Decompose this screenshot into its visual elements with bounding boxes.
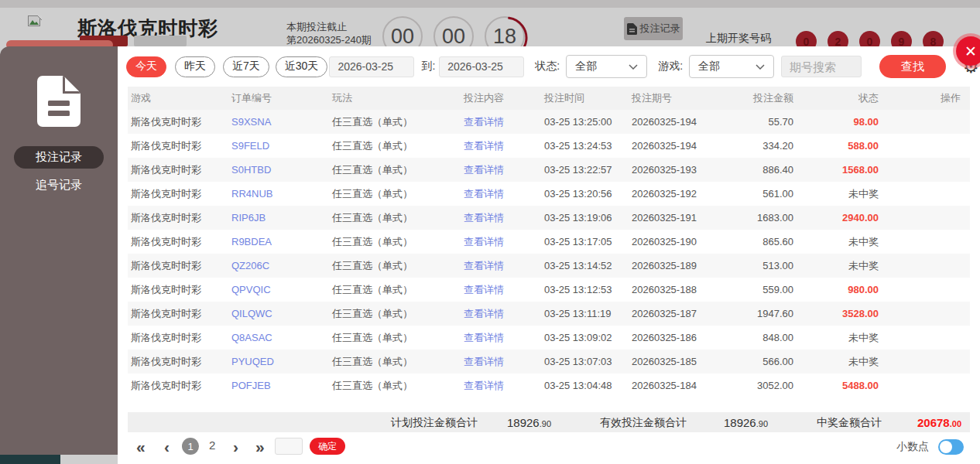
cell-status: 98.00 [795,116,880,128]
order-id-link[interactable]: RIP6JB [228,212,329,223]
view-detail-link[interactable]: 查看详情 [461,139,541,153]
page-confirm-button[interactable]: 确定 [310,438,345,455]
table-row: 斯洛伐克时时彩 QPVQIC 任三直选（单式） 查看详情 03-25 13:12… [128,278,970,302]
view-detail-link[interactable]: 查看详情 [461,307,541,321]
date-to-input[interactable] [439,56,524,77]
decimal-toggle-label: 小数点 [896,440,929,454]
view-detail-link[interactable]: 查看详情 [461,115,541,129]
period-search-input[interactable] [781,56,862,77]
table-row: 斯洛伐克时时彩 RR4NUB 任三直选（单式） 查看详情 03-25 13:20… [128,182,970,206]
range-yesterday-button[interactable]: 昨天 [175,56,215,77]
table-row: 斯洛伐克时时彩 S9XSNA 任三直选（单式） 查看详情 03-25 13:25… [128,110,970,134]
cell-game: 斯洛伐克时时彩 [128,355,228,369]
col-play: 玩法 [329,91,461,105]
cell-game: 斯洛伐克时时彩 [128,115,228,129]
page-1-button[interactable]: 1 [182,438,199,455]
cell-play: 任三直选（单式） [329,379,461,393]
cell-play: 任三直选（单式） [329,115,461,129]
cell-game: 斯洛伐克时时彩 [128,235,228,249]
table-row: 斯洛伐克时时彩 POFJEB 任三直选（单式） 查看详情 03-25 13:04… [128,374,970,397]
win-total-value: 20678.00 [917,416,961,429]
view-detail-link[interactable]: 查看详情 [461,235,541,249]
cell-period: 20260325-191 [629,212,729,223]
col-amount: 投注金额 [729,91,795,105]
last-page-button[interactable]: » [255,437,265,457]
cell-play: 任三直选（单式） [329,307,461,321]
order-id-link[interactable]: PYUQED [228,356,329,367]
view-detail-link[interactable]: 查看详情 [461,211,541,225]
cell-game: 斯洛伐克时时彩 [128,331,228,345]
records-document-icon [37,76,81,130]
page-jump-input[interactable] [275,438,303,455]
view-detail-link[interactable]: 查看详情 [461,355,541,369]
table-row: 斯洛伐克时时彩 QILQWC 任三直选（单式） 查看详情 03-25 13:11… [128,302,970,326]
cell-play: 任三直选（单式） [329,163,461,177]
order-id-link[interactable]: S0HTBD [228,164,329,176]
sidebar-item-chase-records[interactable]: 追号记录 [14,174,104,196]
range-7days-button[interactable]: 近7天 [223,56,269,77]
cell-status: 5488.00 [795,380,880,391]
cell-time: 03-25 13:11:19 [541,308,629,319]
view-detail-link[interactable]: 查看详情 [461,283,541,297]
cell-amount: 1947.60 [729,308,795,319]
page-2-button[interactable]: 2 [209,438,215,452]
cell-period: 20260325-189 [629,260,729,271]
cell-game: 斯洛伐克时时彩 [128,283,228,297]
cell-time: 03-25 13:24:53 [541,140,629,152]
planned-total-label: 计划投注金额合计 [391,416,478,430]
prev-page-button[interactable]: ‹ [164,437,170,457]
order-id-link[interactable]: Q8ASAC [228,332,329,343]
table-header-row: 游戏 订单编号 玩法 投注内容 投注时间 投注期号 投注金额 状态 操作 [128,87,970,110]
cell-time: 03-25 13:07:03 [541,356,629,367]
order-id-link[interactable]: S9XSNA [228,116,329,128]
view-detail-link[interactable]: 查看详情 [461,379,541,393]
table-row: 斯洛伐克时时彩 S0HTBD 任三直选（单式） 查看详情 03-25 13:22… [128,158,970,182]
cell-status: 未中奖 [795,331,880,345]
col-order: 订单编号 [228,91,329,105]
cell-time: 03-25 13:09:02 [541,332,629,343]
table-body: 斯洛伐克时时彩 S9XSNA 任三直选（单式） 查看详情 03-25 13:25… [128,110,970,397]
next-page-button[interactable]: › [233,437,238,457]
chevron-down-icon [756,64,765,70]
order-id-link[interactable]: POFJEB [228,380,329,391]
game-select[interactable]: 全部 [689,55,774,78]
bet-records-modal: 今天 昨天 近7天 近30天 到: 状态: 全部 游戏: 全部 [118,46,980,464]
range-30days-button[interactable]: 近30天 [276,56,328,77]
first-page-button[interactable]: « [136,437,146,457]
cell-time: 03-25 13:25:00 [541,116,629,128]
bet-records-table: 游戏 订单编号 玩法 投注内容 投注时间 投注期号 投注金额 状态 操作 斯洛伐… [128,87,970,397]
cell-period: 20260325-192 [629,188,729,200]
cell-period: 20260325-185 [629,356,729,367]
cell-status: 未中奖 [795,355,880,369]
close-icon[interactable]: ✕ [956,36,980,66]
order-id-link[interactable]: R9BDEA [228,236,329,247]
sidebar-item-bet-records[interactable]: 投注记录 [14,146,104,169]
view-detail-link[interactable]: 查看详情 [461,187,541,201]
cell-game: 斯洛伐克时时彩 [128,187,228,201]
cell-play: 任三直选（单式） [329,187,461,201]
cell-play: 任三直选（单式） [329,235,461,249]
cell-game: 斯洛伐克时时彩 [128,139,228,153]
col-action: 操作 [880,91,970,105]
view-detail-link[interactable]: 查看详情 [461,163,541,177]
order-id-link[interactable]: RR4NUB [228,188,329,200]
date-from-input[interactable] [329,56,414,77]
order-id-link[interactable]: QPVQIC [228,284,329,295]
col-period: 投注期号 [629,91,729,105]
view-detail-link[interactable]: 查看详情 [461,331,541,345]
cell-amount: 1683.00 [729,212,795,223]
search-button[interactable]: 查找 [879,55,946,78]
cell-status: 3528.00 [795,308,880,319]
status-select[interactable]: 全部 [566,55,647,78]
view-detail-link[interactable]: 查看详情 [461,259,541,273]
order-id-link[interactable]: S9FELD [228,140,329,152]
status-filter-label: 状态: [535,60,560,73]
order-id-link[interactable]: QILQWC [228,308,329,319]
cell-period: 20260325-194 [629,140,729,152]
cell-game: 斯洛伐克时时彩 [128,379,228,393]
cell-period: 20260325-186 [629,332,729,343]
decimal-toggle[interactable] [938,439,964,455]
order-id-link[interactable]: QZ206C [228,260,329,271]
range-today-button[interactable]: 今天 [126,56,166,77]
cell-game: 斯洛伐克时时彩 [128,259,228,273]
